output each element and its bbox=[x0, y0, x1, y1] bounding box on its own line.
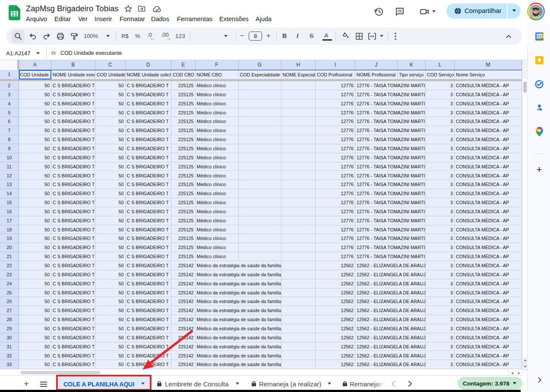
svg-text:31: 31 bbox=[537, 34, 541, 38]
